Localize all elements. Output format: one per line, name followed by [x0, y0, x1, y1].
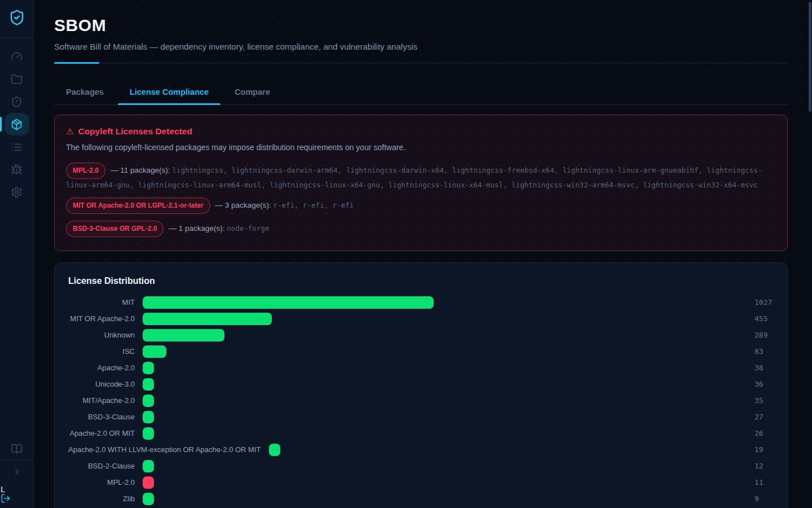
license-label: Apache-2.0 WITH LLVM-exception OR Apache…	[68, 445, 261, 454]
chart-row: MIT OR Apache-2.0455	[68, 310, 774, 327]
license-count: 289	[754, 331, 774, 339]
chart-title: License Distribution	[68, 276, 774, 286]
scrollbar-thumb[interactable]	[809, 2, 811, 112]
license-bar	[143, 378, 154, 391]
license-bar	[143, 362, 154, 374]
chart-row: Apache-2.0 WITH LLVM-exception OR Apache…	[68, 441, 774, 458]
page-title: SBOM	[54, 16, 788, 35]
page-subtitle: Software Bill of Materials — dependency …	[54, 42, 788, 51]
header-accent-bar	[54, 62, 99, 64]
license-group: BSD-3-Clause OR GPL-2.0— 1 package(s): n…	[66, 221, 776, 237]
license-bar	[269, 444, 280, 456]
license-count: 11	[754, 478, 774, 487]
package-count: — 11 package(s):	[111, 166, 170, 174]
license-bar	[143, 345, 166, 358]
chevron-right-icon	[12, 467, 22, 477]
license-label: Unknown	[68, 331, 135, 339]
chart-row: ISC83	[68, 343, 774, 360]
chart-row: Apache-2.038	[68, 360, 774, 376]
chart-row: Unicode-3.036	[68, 376, 774, 392]
license-count: 26	[754, 429, 774, 437]
log-out-icon[interactable]	[1, 493, 11, 506]
tab-bar: PackagesLicense ComplianceCompare	[54, 80, 788, 105]
sidebar-item-reports[interactable]	[5, 135, 29, 158]
tab-packages[interactable]: Packages	[54, 80, 116, 104]
license-count: 12	[754, 462, 774, 470]
license-bar	[143, 411, 154, 423]
sidebar-item-issues[interactable]	[5, 158, 29, 181]
license-label: Apache-2.0 OR MIT	[68, 429, 135, 437]
app-logo[interactable]	[0, 0, 33, 38]
copyleft-warning-panel: ⚠ Copyleft Licenses Detected The followi…	[54, 115, 788, 251]
license-label: MIT	[68, 298, 135, 306]
license-count: 455	[754, 314, 774, 323]
package-list: r-efi, r-efi, r-efi	[273, 201, 354, 209]
license-group: MPL-2.0— 11 package(s): lightningcss, li…	[66, 163, 776, 191]
chart-row: MIT/Apache-2.035	[68, 392, 774, 409]
license-label: BSD-2-Clause	[68, 462, 135, 470]
sidebar-item-sbom[interactable]	[5, 113, 29, 135]
license-count: 36	[754, 380, 774, 388]
license-bar	[143, 296, 434, 309]
license-count: 38	[754, 364, 774, 372]
license-badge: BSD-3-Clause OR GPL-2.0	[66, 221, 164, 237]
sidebar-item-vulnerabilities[interactable]	[5, 90, 29, 113]
shield-check-icon	[8, 9, 25, 28]
chart-row: MIT1027	[68, 294, 774, 310]
tab-license-compliance[interactable]: License Compliance	[118, 80, 220, 104]
license-groups: MPL-2.0— 11 package(s): lightningcss, li…	[66, 163, 776, 237]
sidebar-item-docs[interactable]	[5, 437, 29, 460]
license-distribution-card: License Distribution MIT1027MIT OR Apach…	[54, 262, 788, 508]
sidebar-item-projects[interactable]	[5, 68, 29, 90]
license-badge: MIT OR Apache-2.0 OR LGPL-2.1-or-later	[66, 198, 210, 214]
chart-row: BSD-3-Clause27	[68, 409, 774, 425]
license-count: 35	[754, 396, 774, 405]
chart-row: Zlib9	[68, 491, 774, 507]
sidebar-collapse-button[interactable]	[5, 461, 29, 483]
sidebar-item-settings[interactable]	[5, 181, 29, 203]
overlay-letter: L	[1, 484, 5, 494]
license-group: MIT OR Apache-2.0 OR LGPL-2.1-or-later— …	[66, 198, 776, 214]
chart-row: Apache-2.0 OR MIT26	[68, 425, 774, 441]
license-label: BSD-3-Clause	[68, 413, 135, 421]
license-bar	[143, 476, 154, 489]
license-bar	[143, 329, 224, 341]
tab-compare[interactable]: Compare	[223, 80, 282, 104]
folder-icon	[11, 73, 23, 85]
header-divider	[54, 62, 788, 64]
sidebar-nav	[5, 45, 29, 203]
chart-row: Unknown289	[68, 327, 774, 343]
license-badge: MPL-2.0	[66, 163, 105, 179]
license-label: ISC	[68, 347, 135, 356]
license-label: Apache-2.0	[68, 364, 135, 372]
package-count: — 3 package(s):	[215, 201, 271, 209]
warning-title: ⚠ Copyleft Licenses Detected	[66, 126, 776, 137]
license-label: MIT OR Apache-2.0	[68, 314, 135, 323]
license-count: 19	[754, 445, 774, 454]
license-bar	[143, 460, 154, 472]
sidebar-item-dashboard[interactable]	[5, 45, 29, 68]
license-count: 9	[754, 494, 774, 503]
shield-alert-icon	[11, 96, 23, 108]
chart-row: BSD-2-Clause12	[68, 458, 774, 474]
warning-title-text: Copyleft Licenses Detected	[78, 126, 192, 137]
license-count: 83	[754, 347, 774, 356]
chart-row: MPL-2.011	[68, 474, 774, 491]
license-label: Unicode-3.0	[68, 380, 135, 388]
list-icon	[11, 141, 23, 153]
package-icon	[11, 119, 23, 130]
gear-icon	[11, 186, 23, 198]
warning-description: The following copyleft-licensed packages…	[66, 143, 776, 152]
license-bar	[143, 395, 154, 407]
book-open-icon	[11, 443, 23, 455]
shield-check-icon	[8, 9, 25, 26]
bug-icon	[11, 164, 23, 176]
license-bar	[143, 313, 272, 325]
license-label: MPL-2.0	[68, 478, 135, 487]
license-label: Zlib	[68, 494, 135, 503]
package-count: — 1 package(s):	[169, 224, 224, 233]
log-out-icon	[1, 493, 11, 503]
package-list: lightningcss, lightningcss-darwin-arm64,…	[66, 166, 762, 190]
license-label: MIT/Apache-2.0	[68, 396, 135, 405]
warning-triangle-icon: ⚠	[66, 126, 73, 137]
